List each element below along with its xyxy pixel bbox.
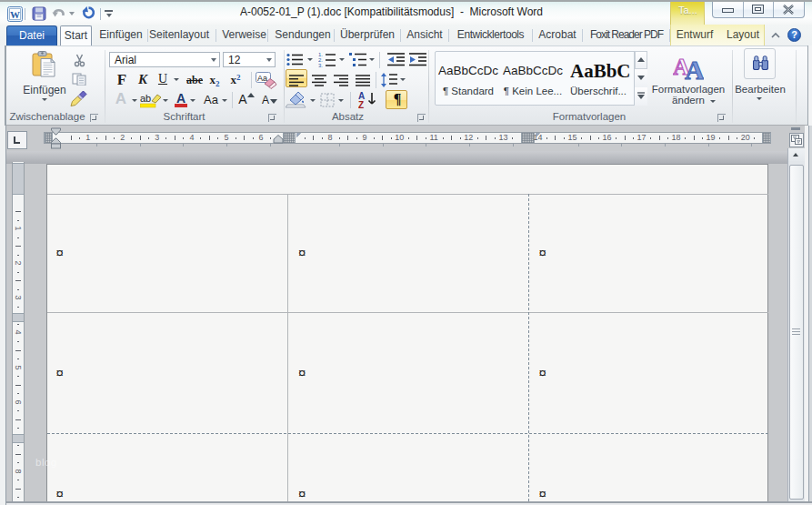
svg-text:W: W xyxy=(10,9,20,20)
svg-text:Z: Z xyxy=(358,100,364,109)
svg-text:ab: ab xyxy=(140,93,151,104)
svg-text:A: A xyxy=(685,55,704,80)
svg-text:Aa: Aa xyxy=(257,74,267,83)
svg-text:3.: 3. xyxy=(318,63,323,67)
